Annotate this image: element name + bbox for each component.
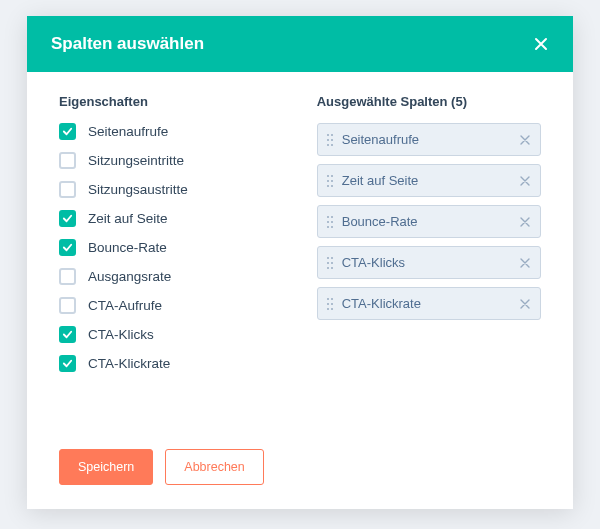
- checkbox-unchecked-icon[interactable]: [59, 268, 76, 285]
- remove-icon[interactable]: [520, 258, 530, 268]
- selected-item[interactable]: Seitenaufrufe: [317, 123, 541, 156]
- modal-body: Eigenschaften SeitenaufrufeSitzungseintr…: [27, 72, 573, 435]
- checkbox-checked-icon[interactable]: [59, 210, 76, 227]
- remove-icon[interactable]: [520, 176, 530, 186]
- checkbox-unchecked-icon[interactable]: [59, 297, 76, 314]
- selected-item-label: CTA-Klicks: [342, 255, 512, 270]
- close-icon[interactable]: [533, 36, 549, 52]
- svg-point-25: [331, 298, 333, 300]
- checkbox-unchecked-icon[interactable]: [59, 181, 76, 198]
- selected-item[interactable]: Bounce-Rate: [317, 205, 541, 238]
- property-item[interactable]: Zeit auf Seite: [59, 210, 281, 227]
- selected-title: Ausgewählte Spalten (5): [317, 94, 541, 109]
- checkbox-checked-icon[interactable]: [59, 239, 76, 256]
- svg-point-4: [327, 144, 329, 146]
- checkbox-checked-icon[interactable]: [59, 355, 76, 372]
- svg-point-11: [331, 185, 333, 187]
- svg-point-0: [327, 134, 329, 136]
- property-label: Bounce-Rate: [88, 240, 167, 255]
- property-label: CTA-Klicks: [88, 327, 154, 342]
- drag-handle-icon[interactable]: [326, 133, 334, 147]
- property-label: CTA-Aufrufe: [88, 298, 162, 313]
- drag-handle-icon[interactable]: [326, 215, 334, 229]
- property-item[interactable]: Sitzungseintritte: [59, 152, 281, 169]
- selected-item[interactable]: CTA-Klickrate: [317, 287, 541, 320]
- properties-title: Eigenschaften: [59, 94, 281, 109]
- svg-point-15: [331, 221, 333, 223]
- svg-point-7: [331, 175, 333, 177]
- selected-list: SeitenaufrufeZeit auf SeiteBounce-RateCT…: [317, 123, 541, 320]
- property-item[interactable]: CTA-Aufrufe: [59, 297, 281, 314]
- svg-point-19: [331, 257, 333, 259]
- selected-item-label: CTA-Klickrate: [342, 296, 512, 311]
- modal-footer: Speichern Abbrechen: [27, 435, 573, 509]
- checkbox-unchecked-icon[interactable]: [59, 152, 76, 169]
- property-item[interactable]: Seitenaufrufe: [59, 123, 281, 140]
- cancel-button[interactable]: Abbrechen: [165, 449, 263, 485]
- remove-icon[interactable]: [520, 135, 530, 145]
- svg-point-20: [327, 262, 329, 264]
- selected-item[interactable]: CTA-Klicks: [317, 246, 541, 279]
- property-item[interactable]: CTA-Klickrate: [59, 355, 281, 372]
- svg-point-12: [327, 216, 329, 218]
- property-item[interactable]: CTA-Klicks: [59, 326, 281, 343]
- property-label: Ausgangsrate: [88, 269, 171, 284]
- svg-point-6: [327, 175, 329, 177]
- modal-header: Spalten auswählen: [27, 16, 573, 72]
- property-item[interactable]: Bounce-Rate: [59, 239, 281, 256]
- svg-point-9: [331, 180, 333, 182]
- selected-column: Ausgewählte Spalten (5) SeitenaufrufeZei…: [317, 94, 541, 427]
- svg-point-13: [331, 216, 333, 218]
- drag-handle-icon[interactable]: [326, 297, 334, 311]
- drag-handle-icon[interactable]: [326, 256, 334, 270]
- svg-point-10: [327, 185, 329, 187]
- svg-point-27: [331, 303, 333, 305]
- modal-title: Spalten auswählen: [51, 34, 204, 54]
- checkbox-checked-icon[interactable]: [59, 123, 76, 140]
- svg-point-3: [331, 139, 333, 141]
- property-item[interactable]: Sitzungsaustritte: [59, 181, 281, 198]
- svg-point-24: [327, 298, 329, 300]
- property-label: Sitzungseintritte: [88, 153, 184, 168]
- remove-icon[interactable]: [520, 217, 530, 227]
- svg-point-28: [327, 308, 329, 310]
- property-item[interactable]: Ausgangsrate: [59, 268, 281, 285]
- property-label: CTA-Klickrate: [88, 356, 170, 371]
- svg-point-1: [331, 134, 333, 136]
- svg-point-18: [327, 257, 329, 259]
- selected-item-label: Bounce-Rate: [342, 214, 512, 229]
- property-label: Zeit auf Seite: [88, 211, 168, 226]
- svg-point-22: [327, 267, 329, 269]
- remove-icon[interactable]: [520, 299, 530, 309]
- drag-handle-icon[interactable]: [326, 174, 334, 188]
- properties-column: Eigenschaften SeitenaufrufeSitzungseintr…: [59, 94, 281, 427]
- save-button[interactable]: Speichern: [59, 449, 153, 485]
- selected-item-label: Seitenaufrufe: [342, 132, 512, 147]
- column-picker-modal: Spalten auswählen Eigenschaften Seitenau…: [27, 16, 573, 509]
- property-label: Sitzungsaustritte: [88, 182, 188, 197]
- selected-item[interactable]: Zeit auf Seite: [317, 164, 541, 197]
- property-label: Seitenaufrufe: [88, 124, 168, 139]
- svg-point-17: [331, 226, 333, 228]
- selected-item-label: Zeit auf Seite: [342, 173, 512, 188]
- svg-point-5: [331, 144, 333, 146]
- svg-point-29: [331, 308, 333, 310]
- svg-point-2: [327, 139, 329, 141]
- svg-point-16: [327, 226, 329, 228]
- svg-point-21: [331, 262, 333, 264]
- checkbox-checked-icon[interactable]: [59, 326, 76, 343]
- svg-point-23: [331, 267, 333, 269]
- svg-point-26: [327, 303, 329, 305]
- properties-list: SeitenaufrufeSitzungseintritteSitzungsau…: [59, 123, 281, 372]
- svg-point-14: [327, 221, 329, 223]
- svg-point-8: [327, 180, 329, 182]
